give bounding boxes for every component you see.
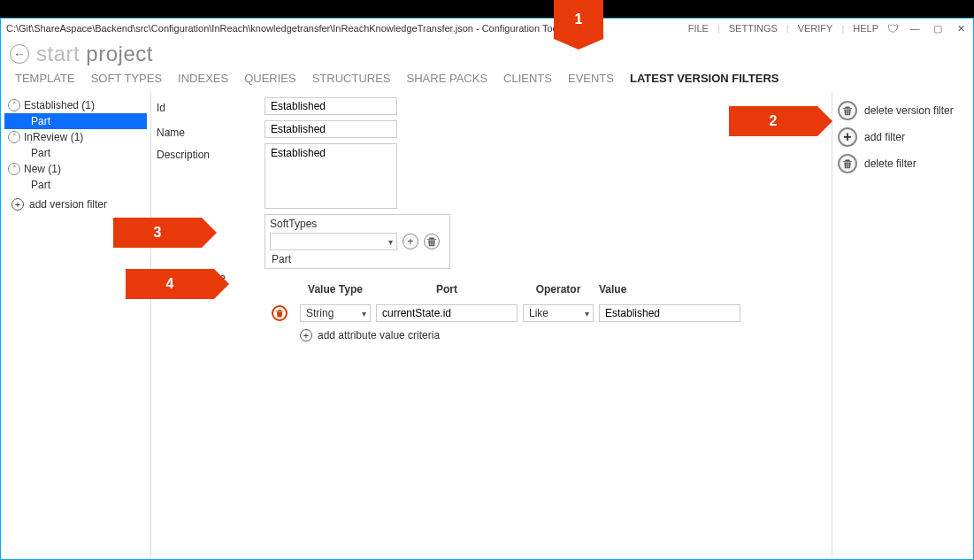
- tree-child-part[interactable]: Part: [4, 177, 147, 193]
- avc-head-valuetype: Value Type: [300, 283, 371, 299]
- menu-sep: |: [841, 23, 844, 34]
- titlebar-menu: FILE | SETTINGS | VERIFY | HELP 🛡 — ▢ ✕: [688, 21, 968, 35]
- avc-head-port: Port: [376, 283, 518, 299]
- callout-4: 4: [126, 269, 214, 299]
- form: Id Name Description Contract Attribute V…: [151, 92, 749, 556]
- id-field[interactable]: [265, 97, 397, 115]
- form-labels: Id Name Description Contract Attribute V…: [157, 97, 257, 551]
- window-title: C:\Git\ShareAspace\Backend\src\Configura…: [6, 23, 560, 34]
- menu-help[interactable]: HELP: [853, 23, 878, 34]
- tree-node-inreview[interactable]: ˄ InReview (1): [4, 129, 147, 145]
- form-fields: Established SoftTypes ▾ + Part: [265, 97, 740, 551]
- tab-events[interactable]: EVENTS: [568, 72, 614, 85]
- add-version-filter-button[interactable]: + add version filter: [4, 193, 147, 212]
- breadcrumb-start[interactable]: start: [36, 42, 80, 65]
- tree-node-established[interactable]: ˄ Established (1): [4, 97, 147, 113]
- tree-label: New (1): [24, 163, 61, 175]
- tree-label: Established (1): [24, 99, 95, 111]
- operator-select[interactable]: Like ▾: [523, 304, 594, 322]
- maximize-button[interactable]: ▢: [931, 21, 945, 35]
- main-panel: Id Name Description Contract Attribute V…: [151, 92, 832, 556]
- trash-icon: [838, 101, 857, 120]
- right-action-bar: delete version filter + add filter delet…: [832, 92, 973, 556]
- valuetype-select[interactable]: String ▾: [300, 304, 371, 322]
- callout-1: 1: [554, 0, 603, 39]
- tree-label: InReview (1): [24, 131, 83, 143]
- close-button[interactable]: ✕: [954, 21, 968, 35]
- tab-indexes[interactable]: INDEXES: [178, 72, 228, 85]
- add-vf-label: add version filter: [29, 198, 107, 211]
- breadcrumb-project[interactable]: project: [86, 42, 153, 65]
- tab-queries[interactable]: QUERIES: [244, 72, 296, 85]
- callout-2: 2: [729, 106, 817, 136]
- caret-up-icon: ˄: [8, 99, 20, 111]
- titlebar: C:\Git\ShareAspace\Backend\src\Configura…: [1, 19, 973, 38]
- contract-value: Part: [270, 250, 445, 265]
- trash-icon: [275, 309, 284, 318]
- caret-up-icon: ˄: [8, 163, 20, 175]
- add-avc-label: add attribute value criteria: [318, 329, 440, 341]
- label-description: Description: [157, 149, 257, 214]
- shield-icon: 🛡: [887, 22, 899, 35]
- plus-icon: +: [838, 127, 857, 147]
- label-name: Name: [157, 124, 257, 142]
- rb-label: add filter: [864, 131, 905, 143]
- breadcrumb-text: start project: [36, 42, 153, 66]
- contract-box: SoftTypes ▾ + Part: [265, 214, 450, 269]
- chevron-down-icon: ▾: [388, 237, 393, 247]
- operator-value: Like: [529, 307, 548, 319]
- add-filter-button[interactable]: + add filter: [838, 124, 968, 150]
- name-field[interactable]: [265, 120, 397, 138]
- valuetype-value: String: [306, 307, 334, 319]
- add-attribute-value-criteria-button[interactable]: + add attribute value criteria: [265, 322, 740, 341]
- menu-settings[interactable]: SETTINGS: [729, 23, 778, 34]
- minimize-button[interactable]: —: [908, 21, 922, 35]
- tab-sharepacks[interactable]: SHARE PACKS: [407, 72, 488, 85]
- tree-child-part-selected[interactable]: Part: [4, 113, 147, 129]
- delete-version-filter-button[interactable]: delete version filter: [838, 97, 968, 124]
- tab-template[interactable]: TEMPLATE: [15, 72, 75, 85]
- port-field[interactable]: [376, 304, 518, 322]
- tab-bar: TEMPLATE SOFT TYPES INDEXES QUERIES STRU…: [1, 66, 973, 92]
- value-field[interactable]: [599, 304, 740, 322]
- chevron-down-icon: ▾: [362, 309, 366, 318]
- menu-verify[interactable]: VERIFY: [798, 23, 833, 34]
- plus-icon: +: [12, 198, 24, 211]
- avc-section: Value Type Port Operator Value String: [265, 283, 740, 341]
- avc-grid: Value Type Port Operator Value String: [265, 283, 740, 322]
- description-field[interactable]: Established: [265, 143, 397, 209]
- body: ˄ Established (1) Part ˄ InReview (1) Pa…: [1, 92, 973, 556]
- tab-clients[interactable]: CLIENTS: [503, 72, 552, 85]
- caret-up-icon: ˄: [8, 131, 20, 143]
- menu-file[interactable]: FILE: [688, 23, 709, 34]
- sidebar-tree: ˄ Established (1) Part ˄ InReview (1) Pa…: [1, 92, 151, 556]
- breadcrumb: ← start project: [1, 38, 973, 66]
- delete-criteria-button[interactable]: [272, 305, 288, 321]
- delete-softtype-button[interactable]: [424, 234, 440, 249]
- avc-head-operator: Operator: [523, 283, 594, 299]
- add-softtype-button[interactable]: +: [403, 234, 418, 249]
- delete-filter-button[interactable]: delete filter: [838, 150, 968, 177]
- back-button[interactable]: ←: [10, 44, 29, 64]
- callout-3: 3: [113, 218, 202, 248]
- tab-structures[interactable]: STRUCTURES: [312, 72, 391, 85]
- contract-combo-row: ▾ +: [270, 233, 445, 250]
- tree-child-part[interactable]: Part: [4, 145, 147, 161]
- trash-icon: [426, 236, 437, 247]
- tab-latest-version-filters[interactable]: LATEST VERSION FILTERS: [630, 72, 779, 85]
- rb-label: delete filter: [864, 157, 916, 170]
- trash-icon: [838, 154, 857, 173]
- tab-softtypes[interactable]: SOFT TYPES: [91, 72, 162, 85]
- plus-icon: +: [300, 329, 312, 341]
- softtypes-combo[interactable]: ▾: [270, 233, 397, 250]
- chevron-down-icon: ▾: [585, 309, 589, 318]
- rb-label: delete version filter: [864, 104, 954, 117]
- menu-sep: |: [786, 23, 789, 34]
- contract-softtypes-label: SoftTypes: [270, 218, 445, 230]
- tree-node-new[interactable]: ˄ New (1): [4, 161, 147, 177]
- avc-head-value: Value: [599, 283, 740, 299]
- label-id: Id: [157, 99, 257, 117]
- menu-sep: |: [717, 23, 720, 34]
